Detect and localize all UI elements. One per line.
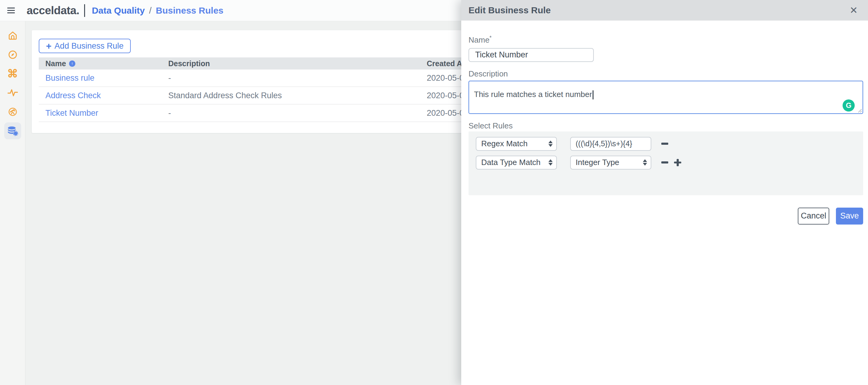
select-rules-label: Select Rules [468, 121, 863, 130]
app-root: acceldata. Data Quality / Business Rules… [0, 0, 868, 385]
select-arrows-icon [549, 141, 553, 147]
grammarly-icon[interactable]: G [843, 99, 855, 111]
rule-description: - [168, 108, 427, 118]
edit-business-rule-drawer: Edit Business Rule ✕ Name* Description T… [461, 0, 868, 385]
sidebar-item-discover[interactable] [4, 103, 21, 120]
text-cursor [593, 90, 593, 99]
rule-row: Regex Match [476, 137, 856, 151]
regex-pattern-input[interactable] [570, 137, 651, 151]
description-text: This rule matches a ticket number [474, 90, 592, 99]
drawer-title: Edit Business Rule [468, 5, 551, 15]
remove-rule-button[interactable] [661, 140, 668, 147]
add-business-rule-label: Add Business Rule [55, 41, 123, 51]
drawer-header: Edit Business Rule ✕ [461, 0, 868, 21]
description-label: Description [468, 69, 863, 78]
select-arrows-icon [549, 159, 553, 166]
remove-rule-button[interactable] [661, 159, 668, 166]
logo-divider [84, 4, 85, 17]
name-input[interactable] [468, 48, 594, 62]
rule-description: - [168, 73, 427, 83]
add-business-rule-button[interactable]: + Add Business Rule [39, 39, 131, 53]
data-type-select[interactable]: Integer Type [570, 155, 651, 170]
sidebar-item-explore[interactable] [4, 46, 21, 63]
rule-type-select[interactable]: Data Type Match [476, 155, 557, 170]
close-icon[interactable]: ✕ [848, 4, 859, 16]
sidebar-item-data-rules[interactable] [4, 123, 21, 139]
sidebar-item-activity[interactable] [4, 84, 21, 101]
minus-icon [661, 143, 668, 145]
column-header-name[interactable]: Name ↑ [45, 59, 168, 68]
description-textarea[interactable]: This rule matches a ticket number G [468, 81, 863, 114]
breadcrumb-separator: / [149, 5, 152, 16]
select-arrows-icon [643, 159, 647, 166]
select-rules-panel: Regex Match Data Type Match Integer Type [468, 132, 863, 195]
rule-type-select[interactable]: Regex Match [476, 137, 557, 151]
rule-name-link[interactable]: Ticket Number [45, 108, 168, 118]
save-button[interactable]: Save [836, 208, 863, 224]
breadcrumb: Data Quality / Business Rules [92, 5, 223, 16]
activity-pulse-icon [7, 87, 19, 99]
menu-icon[interactable] [7, 7, 15, 13]
command-icon: ⌘ [7, 68, 18, 79]
sidebar-item-shortcuts[interactable]: ⌘ [4, 65, 21, 82]
rule-row: Data Type Match Integer Type [476, 155, 856, 170]
required-mark: * [489, 35, 492, 41]
drawer-actions: Cancel Save [468, 208, 863, 224]
database-gear-icon [7, 125, 19, 137]
telescope-icon [7, 106, 18, 117]
drawer-body: Name* Description This rule matches a ti… [461, 21, 868, 224]
breadcrumb-business-rules[interactable]: Business Rules [156, 5, 223, 16]
minus-icon [661, 162, 668, 164]
sidebar: ⌘ [0, 21, 25, 385]
cancel-button[interactable]: Cancel [798, 208, 829, 224]
sidebar-item-home[interactable] [4, 27, 21, 44]
resize-handle-icon[interactable] [857, 108, 862, 113]
plus-icon: + [46, 41, 52, 51]
column-header-description: Description [168, 59, 427, 68]
sort-ascending-icon[interactable]: ↑ [69, 61, 75, 67]
app-logo: acceldata. [27, 4, 79, 17]
rule-description: Standard Address Check Rules [168, 91, 427, 100]
rule-name-link[interactable]: Business rule [45, 73, 168, 83]
add-rule-button[interactable] [674, 159, 682, 167]
home-icon [7, 30, 18, 41]
compass-icon [7, 49, 18, 60]
breadcrumb-data-quality[interactable]: Data Quality [92, 5, 145, 16]
rule-name-link[interactable]: Address Check [45, 91, 168, 100]
name-label: Name* [468, 33, 863, 44]
